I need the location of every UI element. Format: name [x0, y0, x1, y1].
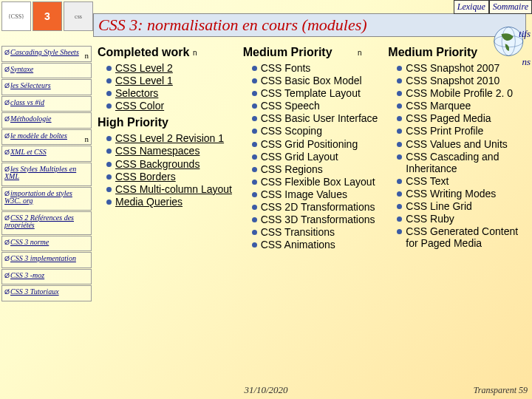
sidebar-item-12[interactable]: ØCSS 3 -moz: [1, 269, 92, 285]
content-area: Completed work n CSS Level 2CSS Level 1S…: [93, 44, 532, 384]
list-item: CSS Transitions: [252, 226, 383, 238]
sidebar-item-10[interactable]: ØCSS 3 norme: [1, 236, 92, 252]
list-item: CSS Level 1: [106, 75, 237, 86]
column-medium-2: Medium Priority CSS Snapshot 2007CSS Sna…: [385, 44, 531, 384]
css-logo-icon: {CSS}: [1, 1, 31, 31]
list-item: CSS Flexible Box Layout: [252, 176, 383, 188]
css3-shield-icon: 3: [33, 1, 62, 31]
list-completed: CSS Level 2CSS Level 1SelectorsCSS Color: [98, 62, 237, 112]
sidebar-item-6[interactable]: ØXML et CSS: [1, 146, 92, 162]
list-item: CSS 2D Transformations: [252, 201, 383, 213]
list-item: CSS Level 2 Revision 1: [106, 132, 237, 144]
sidebar-item-13[interactable]: ØCSS 3 Tutoriaux: [1, 285, 92, 301]
list-item: CSS Snapshot 2007: [397, 62, 528, 74]
list-item: Selectors: [106, 87, 237, 99]
sidebar-item-1[interactable]: ØSyntaxe: [1, 63, 92, 79]
slide-title: CSS 3: normalisation en cours (modules): [93, 13, 526, 37]
sidebar-item-5[interactable]: Øle modèle de boîtesn: [1, 129, 92, 146]
list-item: CSS Cascading and Inheritance: [397, 151, 528, 174]
sidebar-item-8[interactable]: Øimportation de styles W3C. org: [1, 187, 92, 211]
sidebar-item-7[interactable]: Øles Styles Multiples en XML: [1, 163, 92, 186]
link-lexique[interactable]: Lexique: [454, 0, 489, 14]
list-item: CSS Regions: [252, 163, 383, 175]
footer-date: 31/10/2020: [0, 384, 532, 396]
list-item: CSS Print Profile: [397, 125, 528, 137]
list-item: CSS Fonts: [252, 62, 383, 74]
list-item: CSS Scoping: [252, 125, 383, 137]
list-item: CSS Multi-column Layout: [106, 183, 237, 195]
truncated-label-a: tifs: [519, 28, 531, 40]
css-zen-icon: css: [64, 1, 93, 31]
list-item: CSS Values and Units: [397, 138, 528, 150]
heading-high: High Priority: [98, 116, 237, 129]
logo-row: {CSS} 3 css: [1, 1, 93, 31]
sidebar-nav: ØCascading Style SheetsnØSyntaxeØles Sél…: [0, 44, 93, 304]
list-item: CSS Generated Content for Paged Media: [397, 225, 528, 249]
list-item: CSS Line Grid: [397, 200, 528, 212]
list-item: CSS Writing Modes: [397, 188, 528, 200]
list-medium-1: CSS FontsCSS Basic Box ModelCSS Template…: [243, 62, 383, 250]
list-item: CSS Borders: [106, 171, 237, 183]
list-item: CSS Grid Positioning: [252, 138, 383, 150]
list-item: CSS Animations: [252, 239, 383, 250]
sidebar-item-2[interactable]: Øles Sélecteurs: [1, 79, 92, 95]
sidebar-item-0[interactable]: ØCascading Style Sheetsn: [1, 46, 92, 62]
list-item: CSS Snapshot 2010: [397, 75, 528, 86]
sidebar-item-4[interactable]: ØMéthodologie: [1, 112, 92, 129]
heading-completed: Completed work n: [98, 46, 237, 59]
list-item: CSS Text: [397, 175, 528, 187]
list-item: CSS Speech: [252, 100, 383, 112]
list-item: CSS Mobile Profile 2. 0: [397, 87, 528, 99]
list-item: CSS Namespaces: [106, 145, 237, 157]
list-medium-2: CSS Snapshot 2007CSS Snapshot 2010CSS Mo…: [388, 62, 528, 249]
column-completed-high: Completed work n CSS Level 2CSS Level 1S…: [95, 44, 240, 384]
list-item: CSS Marquee: [397, 100, 528, 112]
footer-page-number: Transparent 59: [474, 385, 528, 396]
topbar: Lexique Sommaire: [454, 0, 532, 14]
sidebar-item-9[interactable]: ØCSS 2 Références des propriétés: [1, 211, 92, 235]
list-item: CSS Template Layout: [252, 87, 383, 99]
truncated-label-b: ns: [522, 56, 531, 68]
column-medium-1: Medium Priority n CSS FontsCSS Basic Box…: [240, 44, 386, 384]
link-sommaire[interactable]: Sommaire: [489, 0, 532, 14]
heading-medium-1: Medium Priority n: [243, 46, 383, 59]
list-item: CSS 3D Transformations: [252, 214, 383, 225]
sidebar-item-3[interactable]: Øclass vs #id: [1, 96, 92, 112]
list-item: CSS Paged Media: [397, 112, 528, 124]
list-item: Media Queries: [106, 196, 237, 208]
list-high: CSS Level 2 Revision 1CSS NamespacesCSS …: [98, 132, 237, 208]
list-item: CSS Ruby: [397, 213, 528, 225]
list-item: CSS Image Values: [252, 188, 383, 200]
list-item: CSS Basic Box Model: [252, 75, 383, 86]
list-item: CSS Basic User Interface: [252, 112, 383, 124]
list-item: CSS Color: [106, 100, 237, 112]
sidebar-item-11[interactable]: ØCSS 3 implementation: [1, 252, 92, 268]
list-item: CSS Backgrounds: [106, 158, 237, 170]
list-item: CSS Grid Layout: [252, 151, 383, 163]
list-item: CSS Level 2: [106, 62, 237, 74]
